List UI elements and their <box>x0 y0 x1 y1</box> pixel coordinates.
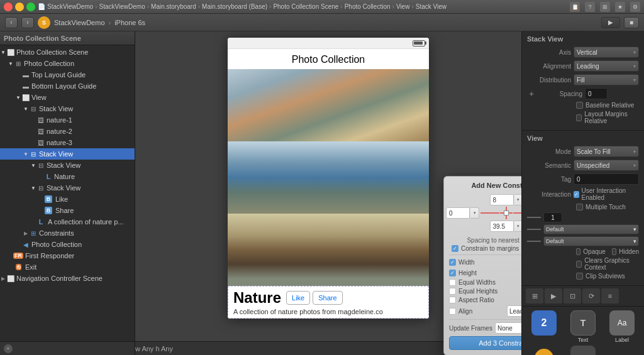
inspector-icon[interactable]: ⊞ <box>600 2 610 12</box>
cd-left-input[interactable]: 0 ▾ <box>446 207 479 219</box>
cd-height-cb[interactable]: ✓ <box>449 270 456 276</box>
tree-item-nature-3[interactable]: 🖼 nature-3 <box>0 137 135 148</box>
inspector-tab-2[interactable]: ⊡ <box>564 288 581 303</box>
file-icon[interactable]: 📋 <box>570 2 580 12</box>
maximize-button[interactable] <box>26 3 35 11</box>
share-button[interactable]: Share <box>313 291 342 305</box>
cd-aspect-ratio-cb[interactable] <box>449 297 456 303</box>
tree-item-collection-label[interactable]: L A collection of nature p... <box>0 216 135 227</box>
forward-button[interactable]: › <box>21 17 34 28</box>
distribution-select[interactable]: Fill ▾ <box>574 74 639 85</box>
tree-item-photo-collection-2[interactable]: ◀ Photo Collection <box>0 239 135 250</box>
navigator-title: Photo Collection Scene <box>4 35 81 42</box>
cd-top-dropdown[interactable]: ▾ <box>514 194 522 205</box>
cd-equal-heights-cb[interactable] <box>449 288 456 295</box>
default-select-1[interactable]: Default ▾ <box>543 224 639 234</box>
layout-margins-checkbox[interactable] <box>576 114 582 121</box>
cd-equal-widths-cb[interactable] <box>449 279 456 286</box>
like-button[interactable]: Like <box>286 291 310 305</box>
tree-item-button-share[interactable]: B Share <box>0 205 135 216</box>
tree-item-top-layout[interactable]: ▬ Top Layout Guide <box>0 69 135 80</box>
label-icon-nature: L <box>44 172 53 181</box>
tag-input[interactable]: 0 <box>574 173 639 185</box>
breadcrumb-item-1[interactable]: StackViewDemo <box>99 3 145 10</box>
hidden-label: Hidden <box>619 248 639 255</box>
inspector-tab-3[interactable]: ⟳ <box>582 288 600 303</box>
clears-checkbox[interactable] <box>576 261 582 268</box>
tree-item-constraints[interactable]: ▶ ⊞ Constraints <box>0 227 135 239</box>
tree-item-label-nature[interactable]: L Nature <box>0 171 135 182</box>
breadcrumb-item-2[interactable]: Main.storyboard <box>151 3 196 10</box>
run-button[interactable]: ▶ <box>601 17 620 28</box>
multiple-touch-checkbox[interactable] <box>576 204 583 210</box>
settings-icon[interactable]: ⚙ <box>630 2 640 12</box>
cd-update-select[interactable]: None ▾ <box>495 322 521 334</box>
inspector-tab-1[interactable]: ▶ <box>545 288 562 303</box>
breadcrumb-item-7[interactable]: Stack View <box>416 3 447 10</box>
tree-item-nav-controller[interactable]: ▶ ⬜ Navigation Controller Scene <box>0 273 135 284</box>
tree-item-first-responder[interactable]: FR First Responder <box>0 250 135 261</box>
cd-bottom-input[interactable]: 39.5 ▾ <box>490 221 522 232</box>
user-interaction-checkbox[interactable]: ✓ <box>574 191 579 198</box>
tree-item-nature-2[interactable]: 🖼 nature-2 <box>0 126 135 137</box>
inspector-tab-0[interactable]: ⊞ <box>526 288 543 303</box>
breadcrumb-item-0[interactable]: StackViewDemo <box>47 3 93 10</box>
baseline-checkbox[interactable] <box>576 102 583 109</box>
status-bar <box>228 38 429 49</box>
cd-align-select[interactable]: Leading Edges ▾ <box>507 305 521 317</box>
cd-left-dropdown[interactable]: ▾ <box>470 207 479 219</box>
inspector-tab-4[interactable]: ≡ <box>601 288 619 303</box>
tree-label-17: Photo Collection <box>31 241 132 248</box>
clip-checkbox[interactable] <box>576 273 583 280</box>
filter-icon[interactable]: + <box>4 344 13 353</box>
stack-view-section: Stack View Axis Vertical ▾ Alignment Lea… <box>522 31 644 131</box>
obj-cell-text: T Text <box>565 310 601 343</box>
breadcrumb-item-4[interactable]: Photo Collection Scene <box>273 3 338 10</box>
stop-button[interactable]: ■ <box>624 17 639 28</box>
tree-item-bottom-layout[interactable]: ▬ Bottom Layout Guide <box>0 80 135 92</box>
breadcrumb-item-3[interactable]: Main.storyboard (Base) <box>202 3 267 10</box>
spacing-input[interactable]: 0 <box>585 88 608 99</box>
star-icon[interactable]: ★ <box>615 2 625 12</box>
add-constraints-button[interactable]: Add 3 Constraints <box>449 336 521 350</box>
tree-item-stack-view-buttons[interactable]: ▼ ⊟ Stack View <box>0 182 135 194</box>
back-button[interactable]: ‹ <box>5 17 18 28</box>
cd-align-cb[interactable] <box>449 308 456 315</box>
cd-constrain-margins-cb[interactable]: ✓ <box>452 245 458 252</box>
help-icon[interactable]: ? <box>585 2 595 12</box>
close-button[interactable] <box>4 3 13 11</box>
tree-item-view[interactable]: ▼ ⬜ View <box>0 92 135 103</box>
tree-label-6: nature-1 <box>47 116 132 124</box>
breadcrumb-item-6[interactable]: View <box>396 3 410 10</box>
cd-bottom-dropdown[interactable]: ▾ <box>514 221 522 232</box>
tree-item-nature-1[interactable]: 🖼 nature-1 <box>0 114 135 126</box>
tree-item-photo-collection[interactable]: ▼ ⊞ Photo Collection <box>0 58 135 69</box>
tree-item-stack-view-inner[interactable]: ▼ ⊟ Stack View <box>0 160 135 171</box>
cd-update-label: Update Frames <box>449 325 492 332</box>
tree-item-stack-view-selected[interactable]: ▼ ⊟ Stack View <box>0 148 135 160</box>
cd-top-input[interactable]: 8 ▾ <box>490 194 522 205</box>
spacing-plus-icon[interactable]: + <box>527 89 536 99</box>
tree-item-exit[interactable]: ⎋ Exit <box>0 261 135 273</box>
minimize-button[interactable] <box>15 3 24 11</box>
image-icon-3: 🖼 <box>36 138 45 147</box>
semantic-select[interactable]: Unspecified ▾ <box>574 160 639 171</box>
cd-update-row: Update Frames None ▾ <box>449 322 521 334</box>
opaque-checkbox[interactable] <box>576 248 580 255</box>
alpha-value[interactable]: 1 <box>543 212 562 222</box>
breadcrumb-item-5[interactable]: Photo Collection <box>345 3 391 10</box>
nav-bar: ‹ › S StackViewDemo › iPhone 6s ▶ ■ <box>0 14 644 31</box>
axis-select[interactable]: Vertical ▾ <box>574 46 639 58</box>
alignment-select[interactable]: Leading ▾ <box>574 60 639 72</box>
tree-item-button-like[interactable]: B Like <box>0 194 135 205</box>
hidden-checkbox[interactable] <box>612 248 616 255</box>
mode-select[interactable]: Scale To Fill ▾ <box>574 146 639 157</box>
default-select-2[interactable]: Default ▾ <box>543 236 639 246</box>
scene-icon-0: ⬜ <box>6 48 15 57</box>
tree-item-stack-view-outer[interactable]: ▼ ⊟ Stack View <box>0 103 135 114</box>
cd-width-cb[interactable]: ✓ <box>449 259 456 266</box>
obj-cell-circle <box>526 346 562 355</box>
image-icon-1: 🖼 <box>36 116 45 124</box>
cd-aspect-ratio-label: Aspect Ratio <box>458 297 521 303</box>
tree-item-photo-collection-scene[interactable]: ▼ ⬜ Photo Collection Scene <box>0 46 135 58</box>
